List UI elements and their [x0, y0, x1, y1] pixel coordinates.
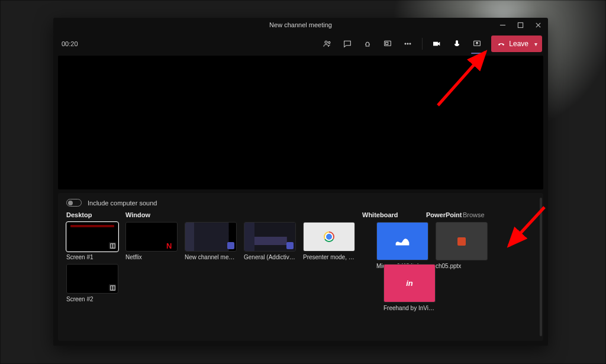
chevron-down-icon: ▾ [534, 41, 537, 47]
thumb-chrome[interactable] [303, 222, 355, 252]
tile-ms-whiteboard[interactable]: Microsoft Whiteboard [376, 222, 428, 260]
tile-label: Netflix [125, 254, 178, 260]
tile-label: ch05.pptx [436, 263, 488, 269]
svg-point-2 [328, 41, 330, 43]
thumb-teams-meeting[interactable] [185, 222, 237, 252]
tile-label: Screen #1 [66, 254, 118, 260]
tile-ppt-file[interactable]: ch05.pptx [436, 222, 488, 260]
thumb-ppt-file[interactable] [436, 222, 488, 260]
leave-label: Leave [509, 40, 528, 48]
share-content-button[interactable] [469, 36, 485, 52]
svg-rect-0 [518, 22, 523, 27]
tile-label: General (AddictiveTips - … [244, 254, 296, 260]
share-headings: Desktop Window Whiteboard PowerPoint Bro… [66, 211, 535, 218]
thumb-screen-1[interactable] [66, 222, 118, 252]
chrome-icon [324, 231, 334, 242]
svg-point-7 [410, 43, 411, 44]
share-tray: Include computer sound Desktop Window Wh… [58, 193, 543, 341]
more-actions-icon[interactable] [399, 36, 416, 52]
chat-icon[interactable] [339, 36, 356, 52]
teams-icon [286, 242, 294, 249]
share-row-2: Screen #2 in Freehand by InVision [66, 264, 535, 302]
svg-rect-4 [386, 42, 388, 44]
reactions-icon[interactable] [359, 36, 376, 52]
svg-point-1 [325, 41, 327, 43]
netflix-icon [166, 240, 173, 249]
tile-teams-meeting[interactable]: New channel meeting | … [185, 222, 237, 260]
teams-meeting-window: New channel meeting 00:20 [53, 18, 548, 346]
tray-scrollbar[interactable] [540, 198, 542, 336]
maximize-button[interactable] [511, 18, 529, 32]
thumb-netflix[interactable] [125, 222, 178, 252]
thumb-teams-general[interactable] [244, 222, 296, 252]
window-title: New channel meeting [269, 21, 332, 28]
heading-desktop: Desktop [66, 211, 125, 218]
expand-icon [109, 284, 116, 291]
whiteboard-icon [395, 236, 410, 247]
svg-point-5 [405, 43, 406, 44]
svg-point-6 [407, 43, 408, 44]
heading-window: Window [125, 211, 362, 218]
tile-screen-1[interactable]: Screen #1 [66, 222, 118, 260]
toolbar-divider [422, 38, 423, 50]
include-sound-toggle[interactable] [66, 199, 82, 207]
heading-whiteboard: Whiteboard [362, 211, 426, 218]
share-row-1: Screen #1 Netflix New channel meeting | … [66, 222, 535, 260]
teams-icon [227, 242, 234, 249]
window-titlebar: New channel meeting [53, 18, 548, 32]
thumb-invision[interactable]: in [383, 264, 436, 302]
expand-icon [109, 242, 116, 249]
browse-link[interactable]: Browse [463, 211, 493, 218]
meeting-toolbar: 00:20 Leave ▾ [53, 32, 548, 56]
camera-icon[interactable] [428, 36, 445, 52]
tile-invision[interactable]: in Freehand by InVision [383, 264, 436, 302]
close-button[interactable] [529, 18, 547, 32]
tile-chrome[interactable]: Presenter mode, notes a… [303, 222, 355, 260]
participants-icon[interactable] [319, 36, 336, 52]
tile-label: Freehand by InVision [383, 305, 436, 311]
meeting-timer: 00:20 [59, 40, 86, 47]
tile-screen-2[interactable]: Screen #2 [66, 264, 118, 302]
video-stage [58, 56, 543, 189]
invision-icon: in [406, 279, 413, 288]
tile-label: New channel meeting | … [185, 254, 237, 260]
powerpoint-icon [457, 237, 466, 246]
include-sound-label: Include computer sound [88, 199, 157, 207]
tile-teams-general[interactable]: General (AddictiveTips - … [244, 222, 296, 260]
microphone-icon[interactable] [449, 36, 465, 52]
window-controls [494, 18, 547, 32]
leave-button[interactable]: Leave ▾ [491, 36, 542, 52]
heading-powerpoint: PowerPoint [426, 211, 463, 218]
thumb-screen-2[interactable] [66, 264, 118, 294]
tile-label: Presenter mode, notes a… [303, 254, 355, 260]
tile-netflix[interactable]: Netflix [125, 222, 178, 260]
minimize-button[interactable] [494, 18, 511, 32]
thumb-ms-whiteboard[interactable] [376, 222, 428, 260]
rooms-icon[interactable] [379, 36, 396, 52]
tile-label: Screen #2 [66, 296, 118, 302]
